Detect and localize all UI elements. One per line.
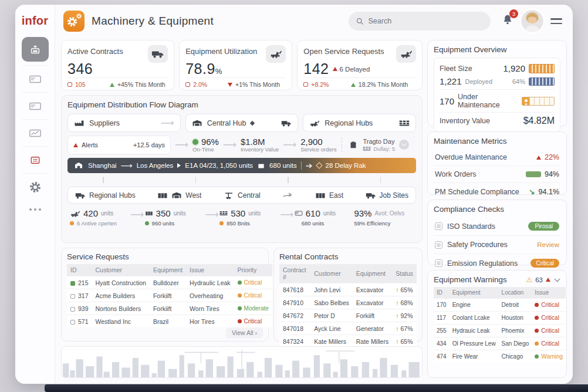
kpi-open-service-requests[interactable]: Open Service Requests 142 6 Delayed +8.2… <box>297 40 423 90</box>
node-central-hub[interactable]: Central Hub <box>185 114 299 132</box>
search-bar[interactable] <box>349 12 491 31</box>
list-icon <box>30 156 40 164</box>
stat-unit: units <box>323 210 336 217</box>
status-dot-icon <box>70 221 74 225</box>
app-gears-icon <box>63 11 85 32</box>
notification-badge: 3 <box>509 9 518 18</box>
sidebar-item-dashboard[interactable] <box>22 37 49 62</box>
maintenance-row: 170 Under Maintenance <box>440 89 555 112</box>
equipment-warnings-card: Equipment Warnings ⚠ 63 ID Equipment Loc… <box>427 270 567 378</box>
table-row[interactable]: 571 Westland Inc Brazil Hor Tires Critic… <box>67 315 272 328</box>
arrow-right-icon: ⟶ <box>161 119 174 128</box>
node-regional-hubs-bottom[interactable]: Regional Hubs <box>75 191 136 200</box>
sidebar-item-settings[interactable] <box>22 173 48 200</box>
col-header: Issue <box>186 264 234 276</box>
trend-up-icon: ↑ <box>396 286 398 293</box>
row-check-icon[interactable] <box>70 320 75 325</box>
menu-button[interactable] <box>550 18 562 24</box>
table-row[interactable]: 215 Hyatt Construction Bulldozer Hydraul… <box>67 276 272 289</box>
chart-icon <box>29 129 42 138</box>
alert-square-icon <box>303 82 308 87</box>
table-row[interactable]: 847672Petor D Forkiift ↑92% <box>279 309 417 322</box>
node-label: Job Sites <box>380 191 408 200</box>
node-central[interactable]: Central <box>224 191 261 200</box>
table-row[interactable]: 939 Nortons Builders Forkiift Worn Tires… <box>67 302 272 315</box>
notifications-button[interactable]: 3 <box>501 13 514 29</box>
alert-square-icon <box>185 82 190 87</box>
truck-icon <box>75 191 86 200</box>
table-row[interactable]: 847910Sabo Belbes Excavator ↑68% <box>279 296 417 309</box>
node-east[interactable]: East <box>315 191 343 200</box>
left-column: Active Contracts 346 105 +45% This Month <box>61 40 423 378</box>
kpi-value: 78.9 <box>185 60 215 77</box>
kpi-value: 346 <box>67 60 93 77</box>
checkbox[interactable] <box>435 222 442 230</box>
compliance-row: Safety Procedures Review <box>434 235 560 254</box>
arrow-right-icon: ⟶ <box>121 161 133 170</box>
metric-value: 170 <box>440 96 454 106</box>
grid-icon <box>219 210 228 217</box>
sidebar-item-tasks[interactable] <box>22 146 48 173</box>
card-title: Equipment Warnings <box>434 275 507 284</box>
sidebar-item-analytics[interactable] <box>22 119 48 146</box>
shipment-banner[interactable]: Shanghai ⟶ Los Angeles E1A 04/23, 1,050 … <box>67 158 416 173</box>
user-avatar[interactable] <box>521 10 543 32</box>
table-row[interactable]: 847324Kate Millers Rate Millers ↑65% <box>279 335 417 348</box>
metric-label: Inventory Value <box>440 117 490 125</box>
kpi-active-contracts[interactable]: Active Contracts 346 105 +45% This Month <box>61 40 174 90</box>
table-row[interactable]: 847018Ayck Line Generator ↑67% <box>279 322 417 335</box>
kpi-title: Open Service Requests <box>303 45 384 56</box>
table-row[interactable]: 170Engine Detroit Critical <box>434 299 566 312</box>
route-label: E1A 04/23, 1,050 units <box>185 162 253 169</box>
priority-dot-icon <box>238 306 242 310</box>
kpi-title: Active Contracts <box>67 45 123 56</box>
col-header: Customer <box>310 264 353 283</box>
table-row[interactable]: 117Coolant Lcake Houston Critical <box>434 312 566 325</box>
play-arrow-icon <box>177 163 181 168</box>
document-panel-icon <box>29 102 42 111</box>
metric-label: Fleet Size <box>440 65 472 73</box>
row-check-icon[interactable] <box>70 307 75 312</box>
orange-bar-chart-icon <box>529 64 555 73</box>
search-input[interactable] <box>369 17 484 25</box>
checkbox[interactable] <box>435 259 442 267</box>
node-west[interactable]: West <box>157 191 201 200</box>
table-row[interactable]: 474Fire Wear Chicago Warning <box>434 350 566 363</box>
stat-col: 420units 6 Antive cperten <box>70 208 130 227</box>
alerts-label: Alerts <box>82 141 98 148</box>
kpi-equipment-utilization[interactable]: Equipment Utilization 78.9% 2.0% +1% Thi… <box>179 40 292 90</box>
trend-up-icon: ↑ <box>396 338 398 345</box>
expand-button[interactable] <box>399 140 409 150</box>
node-regional-hubs[interactable]: Regional Hubs <box>303 114 416 132</box>
skyline-illustration <box>61 346 423 378</box>
sidebar-item-documents[interactable] <box>22 92 48 119</box>
node-job-sites[interactable]: Job Sites <box>366 191 408 200</box>
table-row[interactable]: 255Hydrauic Leak Phoemix Critical <box>434 325 566 337</box>
kpi-unit: % <box>215 67 222 76</box>
metric-label: Deployed <box>465 78 492 85</box>
table-row[interactable]: 434Ol Pressure Lew San Diego Critical <box>434 337 566 350</box>
checkbox[interactable] <box>435 241 442 249</box>
arrow-right-icon: ⟶ <box>130 208 145 219</box>
status-badge: Critical <box>530 259 559 268</box>
sidebar-nav <box>15 37 55 200</box>
sidebar-more-button[interactable] <box>29 208 41 211</box>
node-suppliers[interactable]: Suppliers ⟶ <box>67 114 181 132</box>
sidebar-item-reports[interactable] <box>22 65 48 92</box>
table-row[interactable]: 317 Acme Builders Forkiift Overheating C… <box>67 289 272 302</box>
city-skyline-image <box>62 347 422 377</box>
row-check-icon[interactable] <box>70 294 75 299</box>
stat-value: 96% <box>201 137 219 147</box>
issue-dot-icon <box>535 354 539 359</box>
alerts-cell[interactable]: Alerts +12.5 days <box>67 136 171 154</box>
chevron-down-icon[interactable] <box>555 276 560 282</box>
clipboard-icon <box>348 141 359 149</box>
metric-value: 1,221 <box>440 76 462 86</box>
arrow-right-icon: ➔ <box>306 161 313 170</box>
diamond-icon <box>250 120 255 125</box>
pallet-grid-icon <box>399 119 410 127</box>
view-all-button[interactable]: View All › <box>226 327 263 338</box>
row-check-icon[interactable] <box>70 281 75 286</box>
rental-contracts-table: Contract # Customer Equipment Status 847… <box>279 264 417 347</box>
table-row[interactable]: 847618John Levi Excavator ↑65% <box>279 283 417 296</box>
